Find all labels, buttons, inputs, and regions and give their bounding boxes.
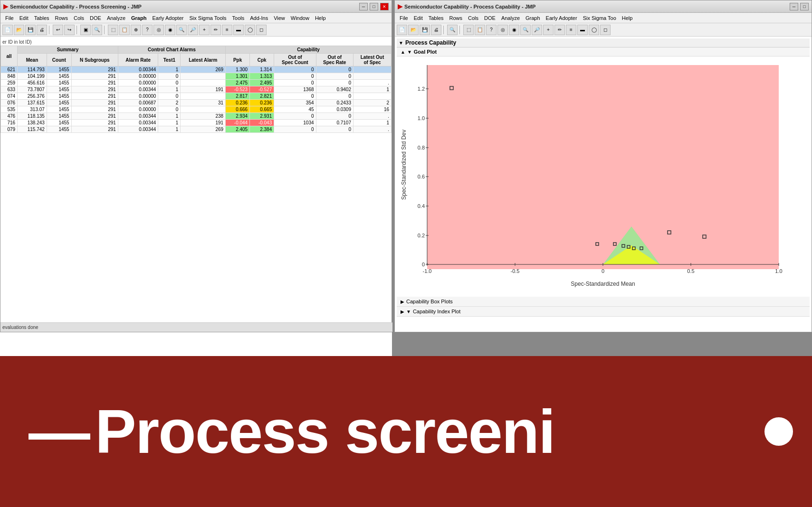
right-menu-bar: File Edit Tables Rows Cols DOE Analyze G… xyxy=(395,13,812,23)
tool11[interactable]: ≡ xyxy=(222,25,232,35)
r-tool13[interactable]: ◻ xyxy=(600,25,611,35)
right-menu-help[interactable]: Help xyxy=(619,14,636,22)
right-menu-six-sigma[interactable]: Six Sigma Too xyxy=(580,14,619,22)
r-tool2[interactable]: 📋 xyxy=(475,25,485,35)
table-row[interactable]: 079 115.742 1455 291 0.00344 1 269 2.405… xyxy=(1,126,392,133)
r-tool1[interactable]: ⬚ xyxy=(463,25,474,35)
tool7[interactable]: 🔍 xyxy=(176,25,187,35)
tool12[interactable]: ▬ xyxy=(233,25,244,35)
goal-plot-section[interactable]: ▲ ▼ Goal Plot xyxy=(397,47,810,56)
r-tool12[interactable]: ◯ xyxy=(589,25,599,35)
menu-file[interactable]: File xyxy=(2,14,17,22)
new-btn[interactable]: 📄 xyxy=(2,25,13,35)
tool6[interactable]: ◉ xyxy=(165,25,175,35)
r-tool9[interactable]: ✏ xyxy=(554,25,565,35)
table-row[interactable]: 259 456.616 1455 291 0.00000 0 2.475 2.4… xyxy=(1,80,392,86)
tool2[interactable]: 📋 xyxy=(119,25,130,35)
open-btn[interactable]: 📂 xyxy=(14,25,24,35)
y-label-06: 0.6 xyxy=(418,174,425,179)
minimize-button[interactable]: ─ xyxy=(359,3,368,10)
window-controls[interactable]: ─ □ ✕ xyxy=(359,3,389,10)
right-menu-file[interactable]: File xyxy=(397,14,411,22)
r-tool7[interactable]: 🔎 xyxy=(532,25,542,35)
r-tool5[interactable]: ◉ xyxy=(509,25,519,35)
right-menu-graph[interactable]: Graph xyxy=(523,14,543,22)
collapse-triangle[interactable]: ▼ xyxy=(399,40,403,46)
r-new-btn[interactable]: 📄 xyxy=(397,25,407,35)
tool1[interactable]: ⬚ xyxy=(108,25,118,35)
capability-box-section[interactable]: ▶ Capability Box Plots xyxy=(397,297,810,307)
right-menu-doe[interactable]: DOE xyxy=(481,14,498,22)
right-menu-early-adopter[interactable]: Early Adopter xyxy=(543,14,580,22)
cap-box-triangle[interactable]: ▶ xyxy=(401,299,404,304)
goal-plot-triangle[interactable]: ▲ xyxy=(401,49,405,55)
menu-rows[interactable]: Rows xyxy=(52,14,71,22)
right-menu-edit[interactable]: Edit xyxy=(411,14,426,22)
table-row[interactable]: 476 118.135 1455 291 0.00344 1 238 2.934… xyxy=(1,113,392,120)
tool8[interactable]: 🔎 xyxy=(188,25,198,35)
menu-graph[interactable]: Graph xyxy=(128,14,149,22)
menu-edit[interactable]: Edit xyxy=(17,14,31,22)
r-zoom-btn[interactable]: 🔍 xyxy=(447,25,458,35)
redo-btn[interactable]: ↪ xyxy=(64,25,75,35)
tool14[interactable]: ◻ xyxy=(256,25,267,35)
r-open-btn[interactable]: 📂 xyxy=(408,25,419,35)
cell-alarm-rate: 0.00344 xyxy=(118,86,158,93)
r-tool4[interactable]: ◎ xyxy=(497,25,508,35)
undo-btn[interactable]: ↩ xyxy=(53,25,63,35)
menu-tables[interactable]: Tables xyxy=(31,14,52,22)
r-tool6[interactable]: 🔍 xyxy=(520,25,531,35)
close-button[interactable]: ✕ xyxy=(380,3,389,10)
tool10[interactable]: ✏ xyxy=(210,25,221,35)
r-tool8[interactable]: + xyxy=(543,25,554,35)
r-tool3[interactable]: ? xyxy=(486,25,497,35)
menu-early-adopter[interactable]: Early Adopter xyxy=(149,14,186,22)
table-row[interactable]: 848 104.199 1455 291 0.00000 0 1.301 1.3… xyxy=(1,73,392,80)
right-menu-analyze[interactable]: Analyze xyxy=(498,14,523,22)
table-row[interactable]: 074 256.376 1455 291 0.00000 0 2.817 2.8… xyxy=(1,93,392,100)
menu-doe[interactable]: DOE xyxy=(87,14,104,22)
tool9[interactable]: + xyxy=(199,25,210,35)
menu-window[interactable]: Window xyxy=(288,14,312,22)
right-menu-tables[interactable]: Tables xyxy=(426,14,447,22)
right-menu-cols[interactable]: Cols xyxy=(465,14,481,22)
select-btn[interactable]: ▣ xyxy=(80,25,91,35)
zoom-btn[interactable]: 🔍 xyxy=(92,25,102,35)
cap-index-section[interactable]: ▶ ▼ Capability Index Plot xyxy=(397,307,810,317)
print-btn[interactable]: 🖨 xyxy=(37,25,47,35)
r-tool10[interactable]: ≡ xyxy=(566,25,576,35)
maximize-button[interactable]: □ xyxy=(370,3,378,10)
r-print-btn[interactable]: 🖨 xyxy=(431,25,441,35)
menu-cols[interactable]: Cols xyxy=(71,14,87,22)
table-row[interactable]: 633 73.7807 1455 291 0.00344 1 191 -0.52… xyxy=(1,86,392,93)
cap-index-triangle-down[interactable]: ▼ xyxy=(406,309,411,314)
r-save-btn[interactable]: 💾 xyxy=(420,25,430,35)
right-menu-rows[interactable]: Rows xyxy=(447,14,466,22)
tool3[interactable]: ⊕ xyxy=(131,25,141,35)
table-row[interactable]: 716 138.243 1455 291 0.00344 1 191 -0.04… xyxy=(1,120,392,126)
menu-help[interactable]: Help xyxy=(312,14,329,22)
menu-addins[interactable]: Add-Ins xyxy=(247,14,271,22)
right-minimize[interactable]: ─ xyxy=(790,3,798,10)
table-row[interactable]: 621 114.793 1455 291 0.00344 1 269 1.300… xyxy=(1,66,392,73)
right-window-controls[interactable]: ─ □ xyxy=(790,3,809,10)
tool13[interactable]: ◯ xyxy=(245,25,255,35)
goal-plot-expand[interactable]: ▼ xyxy=(407,49,412,55)
cell-mean: 104.199 xyxy=(18,73,47,80)
menu-analyze[interactable]: Analyze xyxy=(104,14,128,22)
cell-count: 1455 xyxy=(47,120,71,126)
cell-alarm-rate: 0.00344 xyxy=(118,126,158,133)
cell-out-rate: 0 xyxy=(316,66,353,73)
menu-view[interactable]: View xyxy=(271,14,288,22)
cap-index-triangle-left[interactable]: ▶ xyxy=(401,309,404,314)
tool4[interactable]: ? xyxy=(142,25,153,35)
menu-six-sigma[interactable]: Six Sigma Tools xyxy=(186,14,229,22)
table-row[interactable]: 535 313.07 1455 291 0.00000 0 0.666 0.66… xyxy=(1,106,392,113)
r-tool11[interactable]: ▬ xyxy=(577,25,588,35)
table-row[interactable]: 076 137.615 1455 291 0.00687 2 31 0.236 … xyxy=(1,100,392,106)
save-btn[interactable]: 💾 xyxy=(25,25,36,35)
tool5[interactable]: ◎ xyxy=(153,25,164,35)
right-maximize[interactable]: □ xyxy=(800,3,809,10)
cell-test1: 1 xyxy=(158,126,181,133)
menu-tools[interactable]: Tools xyxy=(229,14,248,22)
